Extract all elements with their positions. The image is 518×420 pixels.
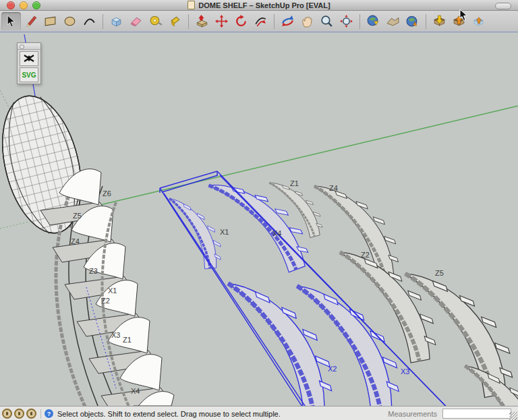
credits-status-icon[interactable]	[14, 409, 24, 419]
part-label: Z3	[89, 267, 98, 275]
toolbar-separator	[103, 14, 103, 29]
mouse-cursor	[459, 9, 469, 22]
palette-close-button[interactable]	[20, 44, 24, 49]
palette-titlebar[interactable]	[18, 43, 40, 50]
make-component-icon[interactable]	[107, 12, 126, 30]
place-model-icon[interactable]	[403, 12, 422, 30]
svg-export-button[interactable]: SVG	[20, 67, 38, 82]
select-tool-icon[interactable]	[1, 12, 21, 30]
window-title: DOME SHELF – SketchUp Pro [EVAL]	[0, 1, 518, 9]
model-scene: Z6 Z5 Z4 Z3 X1 Z2 X3 Z1 X4 X1 X4 X2 X3 Z…	[0, 32, 518, 406]
get-current-view-icon[interactable]	[364, 12, 383, 30]
arc-tool-icon[interactable]	[80, 12, 99, 30]
paint-bucket-tool-icon[interactable]	[165, 12, 185, 30]
toolbar-separator	[274, 14, 275, 29]
line-tool-icon[interactable]	[21, 12, 40, 30]
part-label: Z1	[290, 179, 299, 187]
help-icon[interactable]: ?	[45, 409, 53, 418]
svg-button-label: SVG	[22, 71, 36, 79]
toolbar-separator	[359, 14, 360, 29]
toggle-terrain-icon[interactable]	[383, 12, 403, 30]
share-component-icon[interactable]	[469, 12, 488, 30]
part-label: Z4	[329, 184, 338, 192]
part-label: Z5	[435, 269, 444, 277]
status-bar: ? Select objects. Shift to extend select…	[0, 406, 518, 420]
status-message: Select objects. Shift to extend select. …	[57, 410, 281, 418]
viewport-canvas[interactable]: Z6 Z5 Z4 Z3 X1 Z2 X3 Z1 X4 X1 X4 X2 X3 Z…	[0, 32, 518, 406]
statusbar-separator	[40, 409, 41, 419]
measurements-label: Measurements	[388, 410, 437, 418]
zoom-extents-icon[interactable]	[337, 12, 356, 30]
main-toolbar	[0, 11, 518, 32]
circle-tool-icon[interactable]	[60, 12, 80, 30]
document-proxy-icon	[188, 1, 195, 9]
flight-path-button[interactable]	[20, 51, 38, 66]
measurements-input[interactable]	[442, 409, 511, 419]
push-pull-tool-icon[interactable]	[192, 12, 212, 30]
part-label: X3	[111, 331, 120, 339]
get-models-icon[interactable]	[430, 12, 449, 30]
part-label: X2	[328, 365, 337, 373]
part-label: X4	[272, 229, 281, 237]
part-label: X3	[401, 367, 409, 376]
part-label: Z2	[361, 251, 370, 259]
part-label: Z5	[73, 212, 82, 220]
part-label: X1	[108, 287, 117, 295]
offset-tool-icon[interactable]	[251, 12, 270, 30]
part-label: X4	[131, 387, 140, 395]
sketchup-window: DOME SHELF – SketchUp Pro [EVAL]	[0, 0, 518, 420]
tape-measure-tool-icon[interactable]	[146, 12, 165, 30]
rectangle-tool-icon[interactable]	[40, 12, 60, 30]
pan-tool-icon[interactable]	[297, 12, 317, 30]
toolbar-toggle-button[interactable]	[495, 3, 511, 9]
resize-grip[interactable]	[509, 412, 517, 420]
part-label: X1	[220, 228, 229, 236]
part-label: Z4	[71, 237, 80, 245]
toolbar-separator	[188, 14, 189, 29]
part-label: Z2	[101, 297, 110, 305]
zoom-tool-icon[interactable]	[317, 12, 337, 30]
toolbar-separator	[426, 14, 426, 29]
claim-status-icon[interactable]	[26, 409, 36, 419]
orbit-tool-icon[interactable]	[278, 12, 297, 30]
dragonfly-icon	[22, 54, 36, 63]
part-label: Z1	[123, 336, 132, 344]
rotate-tool-icon[interactable]	[231, 12, 251, 30]
window-title-text: DOME SHELF – SketchUp Pro [EVAL]	[198, 1, 330, 9]
part-label: Z6	[103, 189, 111, 198]
title-bar: DOME SHELF – SketchUp Pro [EVAL]	[0, 0, 518, 11]
svg-plugin-palette[interactable]: SVG	[17, 42, 41, 84]
move-tool-icon[interactable]	[212, 12, 231, 30]
eraser-tool-icon[interactable]	[126, 12, 146, 30]
geolocation-status-icon[interactable]	[2, 409, 12, 419]
